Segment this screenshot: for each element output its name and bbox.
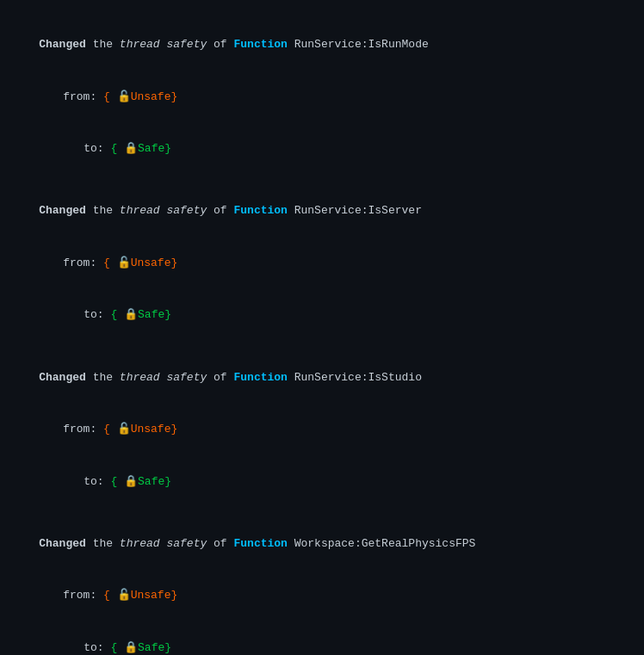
from-isstudio: from: { 🔓Unsafe} bbox=[12, 404, 632, 455]
to-isstudio: to: { 🔒Safe} bbox=[12, 455, 632, 507]
to-getphysics: to: { 🔒Safe} bbox=[12, 622, 632, 655]
entry-changed-getphysics: Changed the thread safety of Function Wo… bbox=[12, 518, 632, 570]
from-isrunmode: from: { 🔓Unsafe} bbox=[12, 71, 632, 122]
content: Changed the thread safety of Function Ru… bbox=[12, 19, 632, 655]
entry-changed-isserver: Changed the thread safety of Function Ru… bbox=[12, 185, 632, 237]
entry-changed-isstudio: Changed the thread safety of Function Ru… bbox=[12, 352, 632, 404]
entry-changed-isrunmode: Changed the thread safety of Function Ru… bbox=[12, 19, 632, 71]
to-isrunmode: to: { 🔒Safe} bbox=[12, 123, 632, 175]
from-isserver: from: { 🔓Unsafe} bbox=[12, 238, 632, 289]
to-isserver: to: { 🔒Safe} bbox=[12, 289, 632, 341]
from-getphysics: from: { 🔓Unsafe} bbox=[12, 570, 632, 621]
kw-changed: Changed bbox=[39, 38, 86, 51]
